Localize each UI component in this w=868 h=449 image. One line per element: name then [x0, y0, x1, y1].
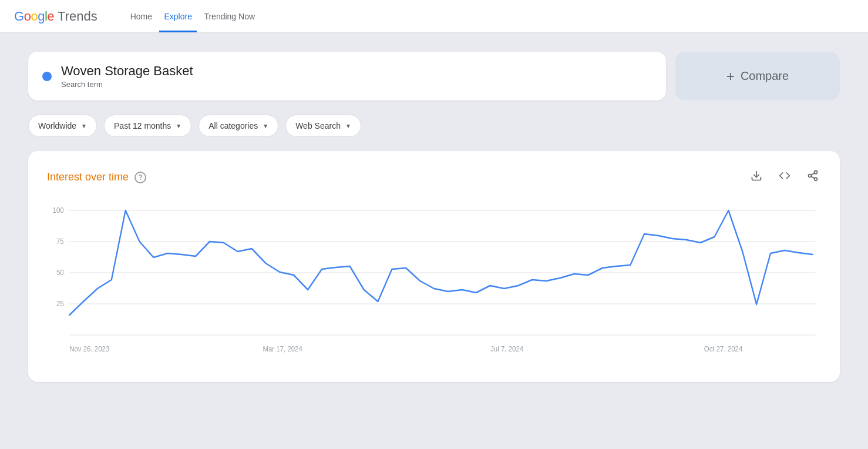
search-text-block: Woven Storage Basket Search term	[61, 63, 652, 89]
filters-row: Worldwide ▼ Past 12 months ▼ All categor…	[28, 115, 840, 137]
logo-trends-text: Trends	[58, 9, 97, 24]
chevron-down-icon: ▼	[345, 123, 351, 129]
svg-line-4	[811, 177, 815, 179]
filter-period[interactable]: Past 12 months ▼	[104, 115, 191, 137]
main-content: Woven Storage Basket Search term + Compa…	[0, 33, 868, 401]
header: Google Trends Home Explore Trending Now	[0, 0, 868, 33]
share-button[interactable]	[805, 167, 821, 187]
svg-text:25: 25	[56, 300, 64, 307]
svg-text:75: 75	[56, 237, 64, 245]
search-card: Woven Storage Basket Search term	[28, 52, 666, 100]
interest-over-time-chart: 100 75 50 25 Nov 26, 2023 Mar 17, 2024 J…	[47, 199, 821, 363]
nav-home[interactable]: Home	[126, 2, 157, 32]
chart-title: Interest over time	[47, 171, 129, 183]
compare-plus-icon: +	[726, 68, 735, 85]
nav-explore[interactable]: Explore	[159, 2, 196, 32]
filter-search-type[interactable]: Web Search ▼	[285, 115, 361, 137]
svg-text:50: 50	[56, 269, 64, 276]
compare-label: Compare	[741, 69, 789, 83]
filter-categories-label: All categories	[208, 121, 258, 130]
nav-trending-now[interactable]: Trending Now	[199, 2, 260, 32]
filter-categories[interactable]: All categories ▼	[199, 115, 278, 137]
svg-text:Jul 7, 2024: Jul 7, 2024	[490, 345, 523, 353]
logo-google-text: Google	[14, 9, 54, 24]
chart-title-row: Interest over time ?	[47, 171, 146, 183]
chart-card: Interest over time ?	[28, 151, 840, 382]
svg-text:100: 100	[53, 206, 65, 214]
main-nav: Home Explore Trending Now	[126, 11, 260, 22]
download-button[interactable]	[748, 167, 765, 187]
filter-region[interactable]: Worldwide ▼	[28, 115, 97, 137]
search-term-label: Woven Storage Basket	[61, 63, 652, 79]
logo[interactable]: Google Trends	[14, 9, 97, 24]
chart-actions	[748, 167, 821, 187]
chevron-down-icon: ▼	[176, 123, 181, 129]
svg-line-5	[811, 173, 815, 175]
chevron-down-icon: ▼	[81, 123, 87, 129]
filter-search-type-label: Web Search	[295, 121, 341, 130]
help-icon[interactable]: ?	[134, 172, 146, 183]
svg-text:Nov 26, 2023: Nov 26, 2023	[69, 345, 109, 353]
chevron-down-icon: ▼	[263, 123, 268, 129]
search-dot	[42, 72, 52, 81]
embed-button[interactable]	[776, 167, 793, 187]
chart-header: Interest over time ?	[47, 167, 821, 187]
svg-text:Oct 27, 2024: Oct 27, 2024	[704, 345, 743, 353]
filter-region-label: Worldwide	[38, 121, 76, 130]
filter-period-label: Past 12 months	[114, 121, 171, 130]
search-type-label: Search term	[61, 80, 652, 89]
chart-container: 100 75 50 25 Nov 26, 2023 Mar 17, 2024 J…	[47, 199, 821, 366]
svg-text:Mar 17, 2024: Mar 17, 2024	[263, 345, 302, 353]
compare-card[interactable]: + Compare	[675, 52, 840, 100]
search-compare-row: Woven Storage Basket Search term + Compa…	[28, 52, 840, 100]
